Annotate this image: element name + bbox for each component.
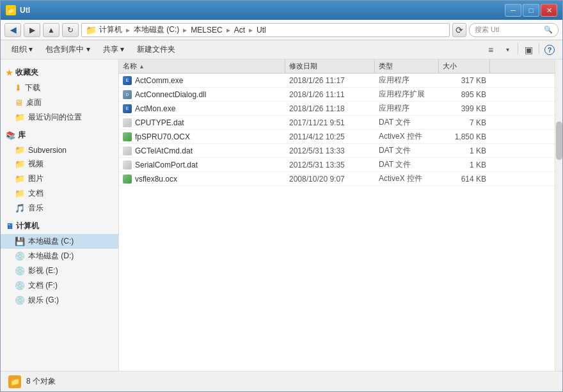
title-bar-left: 📁 Utl [6, 5, 30, 15]
file-name-3: CPUTYPE.dat [135, 118, 184, 127]
vertical-scrollbar[interactable] [555, 59, 562, 371]
download-folder-icon: ⬇ [15, 83, 22, 93]
file-date-cell-2: 2018/1/26 11:18 [285, 104, 375, 113]
table-row[interactable]: fpSPRU70.OCX 2011/4/12 10:25 ActiveX 控件 … [119, 130, 555, 144]
forward-button[interactable]: ▶ [24, 23, 40, 37]
music-folder-icon: 🎵 [15, 203, 25, 213]
file-size-cell-0: 317 KB [439, 76, 490, 85]
close-button[interactable]: ✕ [541, 4, 557, 17]
view-mode-button[interactable]: ≡ [483, 43, 498, 57]
sidebar-item-e-drive[interactable]: 💿 影视 (E:) [1, 263, 118, 278]
sidebar-item-c-drive[interactable]: 💾 本地磁盘 (C:) [1, 234, 118, 249]
table-row[interactable]: E ActMon.exe 2018/1/26 11:18 应用程序 399 KB [119, 102, 555, 116]
path-folder-icon: 📁 [86, 25, 97, 35]
sidebar-item-recent[interactable]: 📁 最近访问的位置 [1, 110, 118, 125]
sidebar-item-download-label: 下载 [25, 82, 40, 93]
help-button[interactable]: ? [542, 43, 557, 57]
share-button[interactable]: 共享 ▾ [97, 43, 130, 57]
scroll-thumb[interactable] [556, 122, 562, 160]
sidebar-item-documents[interactable]: 📁 文档 [1, 186, 118, 201]
organize-button[interactable]: 组织 ▾ [6, 43, 38, 57]
sidebar-item-video[interactable]: 📁 视频 [1, 157, 118, 171]
video-folder-icon: 📁 [15, 159, 25, 169]
file-name-2: ActMon.exe [135, 104, 175, 113]
sidebar-item-subversion-label: Subversion [28, 146, 67, 155]
file-name-cell-4: fpSPRU70.OCX [119, 132, 285, 141]
computer-header[interactable]: 🖥 计算机 [1, 218, 118, 234]
file-date-cell-7: 2008/10/20 9:07 [285, 175, 375, 184]
sidebar-item-d-drive[interactable]: 💿 本地磁盘 (D:) [1, 249, 118, 263]
include-library-button[interactable]: 包含到库中 ▾ [40, 43, 95, 57]
file-type-cell-3: DAT 文件 [375, 117, 439, 128]
col-header-size[interactable]: 大小 [439, 59, 490, 73]
path-part-3: MELSEC [191, 26, 222, 35]
sidebar-item-download[interactable]: ⬇ 下载 [1, 81, 118, 95]
minimize-button[interactable]: ─ [505, 4, 521, 17]
library-header-label: 库 [18, 130, 26, 141]
library-header[interactable]: 📚 库 [1, 127, 118, 143]
col-header-date[interactable]: 修改日期 [285, 59, 375, 73]
sidebar-item-g-drive[interactable]: 💿 娱乐 (G:) [1, 293, 118, 308]
exe-icon-0: E [123, 76, 132, 85]
col-header-type[interactable]: 类型 [375, 59, 439, 73]
sidebar-item-g-drive-label: 娱乐 (G:) [28, 295, 59, 306]
path-part-1: 计算机 [99, 24, 122, 35]
dat-icon-5 [123, 146, 132, 155]
star-icon: ★ [6, 68, 13, 77]
go-button[interactable]: ⟳ [452, 23, 466, 37]
file-name-cell-2: E ActMon.exe [119, 104, 285, 113]
file-list: 名称 ▲ 修改日期 类型 大小 [119, 59, 555, 371]
view-toggle-button[interactable]: ▾ [500, 43, 515, 57]
col-size-label: 大小 [443, 61, 457, 71]
sidebar-item-desktop[interactable]: 🖥 桌面 [1, 95, 118, 110]
computer-section: 🖥 计算机 💾 本地磁盘 (C:) 💿 本地磁盘 (D:) 💿 影视 (E:) … [1, 218, 118, 308]
status-folder-icon: 📁 [8, 375, 21, 388]
maximize-button[interactable]: □ [523, 4, 539, 17]
file-name-cell-3: CPUTYPE.dat [119, 118, 285, 127]
table-row[interactable]: GCTelAtCmd.dat 2012/5/31 13:33 DAT 文件 1 … [119, 144, 555, 158]
sidebar-item-d-drive-label: 本地磁盘 (D:) [28, 251, 74, 262]
sidebar-item-pictures[interactable]: 📁 图片 [1, 171, 118, 186]
refresh-button[interactable]: ↻ [62, 23, 79, 37]
file-size-cell-5: 1 KB [439, 146, 490, 155]
file-type-cell-0: 应用程序 [375, 75, 439, 86]
sidebar-item-f-drive[interactable]: 💿 文档 (F:) [1, 278, 118, 293]
address-bar: ◀ ▶ ▲ ↻ 📁 计算机 ▸ 本地磁盘 (C:) ▸ MELSEC ▸ Act… [1, 20, 562, 40]
back-button[interactable]: ◀ [4, 23, 21, 37]
preview-pane-button[interactable]: ▣ [521, 43, 536, 57]
file-type-cell-4: ActiveX 控件 [375, 131, 439, 142]
file-date-cell-0: 2018/1/26 11:17 [285, 76, 375, 85]
organize-label: 组织 ▾ [12, 44, 33, 55]
file-name-cell-6: SerialComPort.dat [119, 161, 285, 169]
file-size-cell-2: 399 KB [439, 104, 490, 113]
table-row[interactable]: vsflex8u.ocx 2008/10/20 9:07 ActiveX 控件 … [119, 172, 555, 186]
table-row[interactable]: CPUTYPE.dat 2017/11/21 9:51 DAT 文件 7 KB [119, 116, 555, 130]
sidebar-item-desktop-label: 桌面 [26, 97, 42, 108]
sidebar-item-music[interactable]: 🎵 音乐 [1, 201, 118, 216]
sidebar-item-subversion[interactable]: 📁 Subversion [1, 143, 118, 157]
path-part-4: Act [234, 26, 245, 35]
help-icon: ? [544, 45, 555, 55]
col-header-name[interactable]: 名称 ▲ [119, 59, 285, 73]
table-row[interactable]: SerialComPort.dat 2012/5/31 13:35 DAT 文件… [119, 158, 555, 172]
table-row[interactable]: D ActConnectDialog.dll 2018/1/26 11:11 应… [119, 88, 555, 102]
sidebar-item-e-drive-label: 影视 (E:) [28, 265, 58, 276]
search-box[interactable]: 搜索 Utl 🔍 [469, 23, 559, 37]
status-bar: 📁 8 个对象 [1, 371, 562, 391]
file-type-cell-5: DAT 文件 [375, 145, 439, 156]
file-name-cell-0: E ActComm.exe [119, 76, 285, 85]
dat-icon-3 [123, 118, 132, 127]
favorites-header[interactable]: ★ 收藏夹 [1, 65, 118, 81]
toolbar-sep-2 [539, 43, 539, 54]
file-list-header: 名称 ▲ 修改日期 类型 大小 [119, 59, 555, 74]
f-drive-icon: 💿 [15, 281, 25, 290]
table-row[interactable]: E ActComm.exe 2018/1/26 11:17 应用程序 317 K… [119, 74, 555, 88]
up-button[interactable]: ▲ [43, 23, 59, 37]
pictures-folder-icon: 📁 [15, 174, 25, 184]
new-folder-button[interactable]: 新建文件夹 [131, 43, 181, 57]
file-name-cell-7: vsflex8u.ocx [119, 175, 285, 184]
file-date-cell-1: 2018/1/26 11:11 [285, 90, 375, 99]
window-title: Utl [20, 6, 30, 15]
address-path[interactable]: 📁 计算机 ▸ 本地磁盘 (C:) ▸ MELSEC ▸ Act ▸ Utl [81, 23, 450, 37]
toolbar-right-buttons: ≡ ▾ ▣ ? [483, 43, 557, 57]
